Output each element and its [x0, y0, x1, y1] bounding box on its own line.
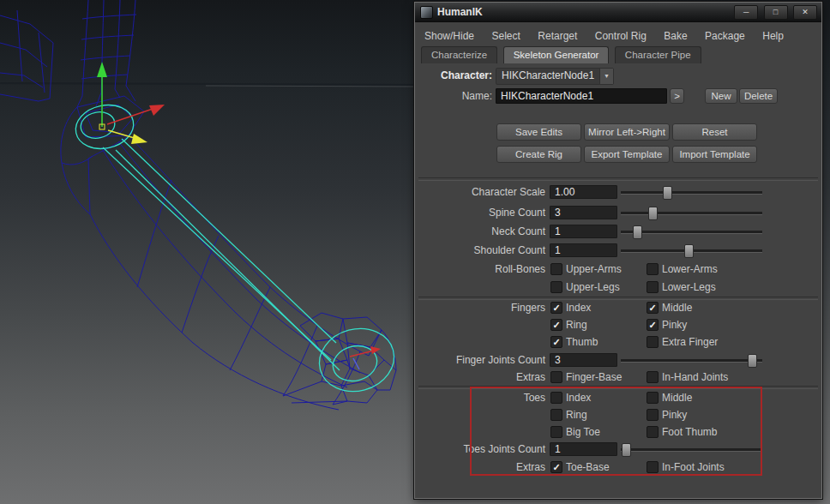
name-label: Name: — [424, 88, 492, 104]
finger-joints-count-slider[interactable] — [621, 359, 762, 363]
checkbox-label-in-foot-joints: In-Foot Joints — [662, 459, 725, 475]
toes-extras-label: Extras — [422, 459, 545, 475]
new-button[interactable]: New — [705, 88, 737, 104]
checkbox-upper-legs[interactable] — [550, 281, 562, 293]
toes-joints-count-field[interactable]: 1 — [550, 442, 617, 456]
character-label: Character: — [424, 68, 492, 83]
menu-package[interactable]: Package — [698, 27, 752, 45]
checkbox-toe-middle[interactable] — [647, 392, 659, 404]
spine-count-label: Spine Count — [422, 205, 545, 220]
toes-label: Toes — [422, 390, 545, 405]
export-template-button[interactable]: Export Template — [584, 146, 670, 163]
roll-bones-label: Roll-Bones — [422, 261, 545, 277]
character-dropdown-value: HIKCharacterNode1 — [502, 69, 594, 83]
checkbox-toe-index[interactable] — [550, 392, 562, 404]
chevron-down-icon: ▼ — [599, 69, 613, 84]
checkbox-in-hand-joints[interactable] — [647, 371, 659, 383]
character-scale-field[interactable]: 1.00 — [550, 185, 617, 199]
separator — [418, 177, 818, 181]
checkbox-label-thumb: Thumb — [566, 334, 598, 350]
checkbox-label-extra-finger: Extra Finger — [662, 334, 718, 350]
checkbox-toe-pinky[interactable] — [647, 409, 659, 421]
maximize-icon[interactable]: □ — [764, 5, 788, 20]
checkbox-finger-base[interactable] — [550, 371, 562, 383]
menu-bar: Show/Hide Select Retarget Control Rig Ba… — [418, 26, 791, 44]
character-dropdown[interactable]: HIKCharacterNode1 ▼ — [496, 68, 614, 85]
spine-count-slider[interactable] — [621, 212, 762, 215]
checkbox-label-toe-index: Index — [566, 390, 591, 405]
neck-count-slider[interactable] — [621, 231, 762, 234]
checkbox-label-finger-base: Finger-Base — [566, 369, 622, 385]
reset-button[interactable]: Reset — [672, 123, 757, 141]
menu-help[interactable]: Help — [755, 27, 791, 45]
menu-select[interactable]: Select — [484, 27, 526, 45]
menu-retarget[interactable]: Retarget — [531, 27, 584, 45]
humanik-window-icon — [420, 6, 433, 19]
close-icon[interactable]: ✕ — [793, 5, 817, 20]
slider-handle[interactable] — [648, 207, 658, 220]
character-scale-slider[interactable] — [621, 191, 762, 195]
checkbox-lower-legs[interactable] — [647, 281, 659, 293]
checkbox-toe-ring[interactable] — [550, 409, 562, 421]
toes-joints-count-slider[interactable] — [621, 448, 762, 452]
finger-joints-count-label: Finger Joints Count — [422, 352, 545, 368]
fingers-extras-label: Extras — [422, 369, 545, 385]
checkbox-label-upper-legs: Upper-Legs — [566, 279, 620, 295]
tab-skeleton-generator[interactable]: Skeleton Generator — [503, 46, 610, 63]
fingers-label: Fingers — [422, 300, 545, 315]
checkbox-lower-arms[interactable] — [647, 263, 659, 275]
window-title: HumanIK — [437, 3, 483, 21]
checkbox-label-toe-base: Toe-Base — [566, 459, 610, 475]
checkbox-label-finger-middle: Middle — [662, 300, 692, 315]
checkbox-upper-arms[interactable] — [550, 263, 562, 275]
slider-handle[interactable] — [748, 354, 757, 368]
expand-name-button[interactable]: > — [670, 88, 684, 104]
checkbox-extra-finger[interactable] — [647, 336, 659, 348]
checkbox-label-foot-thumb: Foot Thumb — [662, 424, 717, 440]
checkbox-label-finger-index: Index — [566, 300, 591, 315]
menu-control-rig[interactable]: Control Rig — [588, 27, 653, 45]
slider-handle[interactable] — [684, 244, 694, 258]
toes-joints-count-label: Toes Joints Count — [422, 441, 545, 457]
character-scale-label: Character Scale — [422, 184, 545, 200]
neck-count-field[interactable]: 1 — [550, 225, 617, 238]
title-bar[interactable]: HumanIK ─ □ ✕ — [415, 3, 821, 22]
slider-handle[interactable] — [633, 225, 642, 239]
checkbox-toe-base[interactable]: ✓ — [550, 461, 562, 473]
create-rig-button[interactable]: Create Rig — [496, 146, 581, 163]
delete-button[interactable]: Delete — [739, 88, 778, 104]
slider-handle[interactable] — [622, 443, 631, 457]
checkbox-label-lower-legs: Lower-Legs — [662, 279, 716, 295]
menu-bake[interactable]: Bake — [657, 27, 694, 45]
spine-count-field[interactable]: 3 — [550, 206, 617, 219]
finger-joints-count-field[interactable]: 3 — [550, 353, 617, 367]
name-input[interactable]: HIKCharacterNode1 — [496, 88, 667, 104]
humanik-window: HumanIK ─ □ ✕ Show/Hide Select Retarget … — [414, 2, 822, 499]
checkbox-label-finger-ring: Ring — [566, 317, 587, 333]
checkbox-finger-index[interactable]: ✓ — [550, 302, 562, 314]
checkbox-label-upper-arms: Upper-Arms — [566, 261, 622, 277]
checkbox-label-in-hand-joints: In-Hand Joints — [662, 369, 728, 385]
save-edits-button[interactable]: Save Edits — [496, 123, 581, 141]
mirror-left-right-button[interactable]: Mirror Left->Right — [584, 123, 670, 141]
shoulder-count-field[interactable]: 1 — [550, 243, 617, 257]
checkbox-big-toe[interactable] — [550, 426, 562, 438]
checkbox-label-lower-arms: Lower-Arms — [662, 261, 718, 277]
checkbox-foot-thumb[interactable] — [647, 426, 659, 438]
skeleton-generator-panel: Character: HIKCharacterNode1 ▼ Name: HIK… — [415, 63, 821, 498]
checkbox-finger-middle[interactable]: ✓ — [647, 302, 659, 314]
slider-handle[interactable] — [663, 186, 672, 200]
second-foot-wireframe[interactable] — [0, 10, 53, 101]
menu-show-hide[interactable]: Show/Hide — [418, 27, 481, 45]
minimize-icon[interactable]: ─ — [734, 5, 758, 20]
checkbox-finger-ring[interactable]: ✓ — [550, 319, 562, 331]
shoulder-count-slider[interactable] — [621, 249, 762, 253]
checkbox-in-foot-joints[interactable] — [647, 461, 659, 473]
import-template-button[interactable]: Import Template — [672, 146, 757, 163]
checkbox-finger-pinky[interactable]: ✓ — [647, 319, 659, 331]
tab-bar: Characterize Skeleton Generator Characte… — [415, 46, 821, 63]
tab-character-pipe[interactable]: Character Pipe — [615, 46, 701, 63]
ground-line — [0, 83, 414, 87]
tab-characterize[interactable]: Characterize — [421, 46, 497, 63]
checkbox-thumb[interactable]: ✓ — [550, 336, 562, 348]
